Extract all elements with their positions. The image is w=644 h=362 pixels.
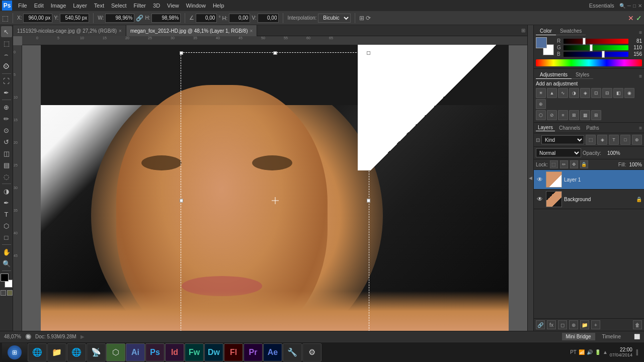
- type-filter[interactable]: T: [609, 135, 619, 145]
- blur-tool[interactable]: ◌: [1, 171, 12, 182]
- clone-tool[interactable]: ⊙: [1, 125, 12, 136]
- color-tab[interactable]: Color: [536, 27, 556, 35]
- color-spectrum[interactable]: [536, 59, 642, 66]
- adjustments-tab[interactable]: Adjustments: [536, 71, 572, 79]
- smart-filter[interactable]: ⊕: [632, 135, 642, 145]
- taskbar-chrome[interactable]: 🌐: [67, 343, 86, 361]
- tray-lang[interactable]: PT: [570, 349, 577, 355]
- start-button[interactable]: ⊞: [2, 343, 27, 362]
- adj-panel-collapse[interactable]: ≡: [639, 73, 642, 79]
- quick-select-tool[interactable]: ⭙: [1, 61, 12, 72]
- link-proportions-icon[interactable]: 🔗: [136, 15, 143, 22]
- hskew-input[interactable]: [229, 14, 250, 23]
- background-visibility[interactable]: 👁: [536, 195, 544, 203]
- taskbar-fl[interactable]: Fl: [224, 343, 243, 361]
- standard-mode[interactable]: [1, 290, 6, 296]
- essentials-btn[interactable]: Essentials: [586, 2, 617, 10]
- layers-tab[interactable]: Layers: [536, 124, 555, 131]
- menu-filter[interactable]: Filter: [131, 2, 149, 10]
- minimize-btn[interactable]: ─: [627, 3, 631, 9]
- crop-tool[interactable]: ⛶: [1, 75, 12, 86]
- taskbar-ai[interactable]: Ai: [126, 343, 145, 361]
- blend-mode-select[interactable]: Normal Dissolve Multiply Screen: [536, 148, 581, 157]
- taskbar-id[interactable]: Id: [165, 343, 184, 361]
- paths-tab[interactable]: Paths: [584, 125, 601, 131]
- delete-layer-btn[interactable]: 🗑: [633, 320, 642, 329]
- dodge-tool[interactable]: ◑: [1, 186, 12, 197]
- taskbar-app3[interactable]: ⚙: [302, 343, 321, 361]
- lock-pixels[interactable]: ⬚: [550, 160, 558, 168]
- adj-exposure[interactable]: ◑: [569, 88, 579, 98]
- tray-arrow[interactable]: ▲: [603, 349, 608, 355]
- g-channel-thumb[interactable]: [590, 44, 593, 51]
- shape-filter[interactable]: □: [620, 135, 630, 145]
- fg-bg-color[interactable]: [1, 274, 13, 288]
- show-desktop-btn[interactable]: ▐: [634, 349, 638, 355]
- g-channel-bar[interactable]: [564, 45, 628, 50]
- taskbar-ftp[interactable]: 📡: [87, 343, 106, 361]
- tray-volume[interactable]: 🔊: [587, 349, 593, 355]
- h-input[interactable]: [151, 14, 181, 23]
- taskbar-dw[interactable]: Dw: [204, 343, 223, 361]
- cancel-transform-btn[interactable]: ✕: [628, 14, 634, 22]
- angle-input[interactable]: [196, 14, 217, 23]
- channels-tab[interactable]: Channels: [557, 125, 582, 131]
- propagate-icon[interactable]: ⟳: [366, 15, 371, 22]
- tab-arrange-btn[interactable]: ⊞: [519, 25, 527, 36]
- tab-megan[interactable]: megan_fox_2012-HD.jpg @ 48,1% (Layer 1, …: [126, 25, 257, 36]
- layers-panel-collapse[interactable]: ≡: [639, 125, 642, 131]
- taskbar-app2[interactable]: 🔧: [283, 343, 302, 361]
- adj-brightness[interactable]: ☀: [536, 88, 546, 98]
- mini-bridge-tab[interactable]: Mini Bridge: [562, 333, 595, 340]
- menu-text[interactable]: Text: [91, 2, 107, 10]
- dock-icon[interactable]: ⬜: [634, 334, 640, 339]
- status-arrow[interactable]: ▶: [80, 334, 85, 339]
- menu-help[interactable]: Help: [210, 2, 227, 10]
- brush-tool[interactable]: ✏: [1, 113, 12, 124]
- adj-posterize[interactable]: ≡: [558, 110, 568, 120]
- pixel-filter[interactable]: ⬚: [586, 135, 596, 145]
- quick-mask-mode[interactable]: [7, 290, 13, 296]
- layer1-visibility[interactable]: 👁: [536, 175, 544, 184]
- menu-select[interactable]: Select: [108, 2, 130, 10]
- shape-tool[interactable]: □: [1, 232, 12, 243]
- eraser-tool[interactable]: ◫: [1, 148, 12, 159]
- new-layer-btn[interactable]: +: [591, 320, 600, 329]
- hand-tool[interactable]: ✋: [1, 246, 12, 257]
- adj-levels[interactable]: ▲: [547, 88, 557, 98]
- menu-image[interactable]: Image: [48, 2, 69, 10]
- taskbar-app1[interactable]: ⬡: [106, 343, 125, 361]
- menu-3d[interactable]: 3D: [150, 2, 163, 10]
- r-channel-bar[interactable]: [564, 39, 628, 44]
- menu-window[interactable]: Window: [183, 2, 209, 10]
- kind-select[interactable]: Kind: [541, 135, 584, 144]
- pen-tool[interactable]: ✒: [1, 197, 12, 208]
- adj-colorbalance[interactable]: ⊟: [602, 88, 612, 98]
- vskew-input[interactable]: [258, 14, 279, 23]
- tab-megan-close[interactable]: ×: [250, 28, 253, 34]
- confirm-transform-btn[interactable]: ✓: [636, 14, 642, 22]
- menu-edit[interactable]: Edit: [31, 2, 47, 10]
- adj-invert[interactable]: ⊘: [547, 110, 557, 120]
- adj-curves[interactable]: ∿: [558, 88, 568, 98]
- menu-view[interactable]: View: [164, 2, 182, 10]
- color-panel-collapse[interactable]: ≡: [639, 30, 642, 35]
- layer-row-background[interactable]: 👁 Background 🔒: [534, 190, 644, 209]
- swatches-tab[interactable]: Swatches: [556, 27, 586, 35]
- fg-color-swatch[interactable]: [1, 274, 9, 282]
- select-tool[interactable]: ⬚: [1, 38, 12, 49]
- add-mask-btn[interactable]: ◻: [558, 320, 567, 329]
- menu-file[interactable]: File: [15, 2, 30, 10]
- status-icon[interactable]: 🔘: [25, 334, 31, 339]
- zoom-level[interactable]: 48,07%: [4, 334, 21, 339]
- adj-gradient[interactable]: ▦: [580, 110, 590, 120]
- adj-hsl[interactable]: ⊡: [591, 88, 601, 98]
- layer-row-layer1[interactable]: 👁 Layer 1: [534, 170, 644, 190]
- right-panel-collapse[interactable]: ◀: [527, 25, 533, 331]
- maximize-btn[interactable]: □: [633, 3, 636, 9]
- warp-icon[interactable]: ⊞: [359, 15, 364, 22]
- gradient-tool[interactable]: ▤: [1, 159, 12, 170]
- tray-network[interactable]: 📶: [579, 349, 585, 355]
- taskbar-ps[interactable]: Ps: [145, 343, 165, 361]
- adj-selectivecolor[interactable]: ⊞: [591, 110, 601, 120]
